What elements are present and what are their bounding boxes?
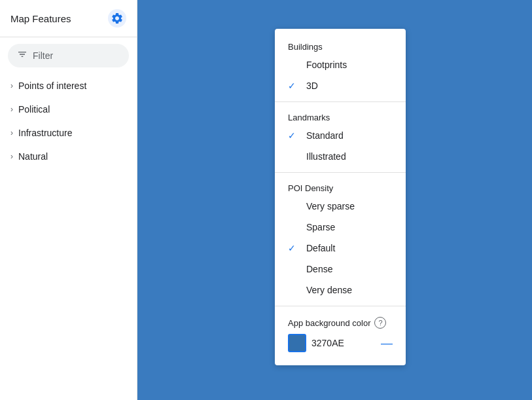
chevron-right-icon: › [10, 105, 13, 114]
illustrated-label: Illustrated [306, 151, 346, 162]
sidebar-title: Map Features [10, 13, 71, 24]
sidebar-item-natural[interactable]: › Natural [0, 145, 137, 168]
app-bg-label-row: App background color ? [288, 317, 393, 329]
color-value: 3270AE [311, 338, 376, 348]
sidebar-item-political[interactable]: › Political [0, 98, 137, 121]
dropdown-panel: Buildings Footprints ✓ 3D Landmarks ✓ St… [275, 29, 406, 365]
standard-label: Standard [306, 130, 344, 141]
chevron-right-icon: › [10, 81, 13, 90]
density-sparse-label: Sparse [306, 222, 335, 232]
illustrated-option[interactable]: Illustrated [275, 146, 406, 167]
check-icon: ✓ [288, 81, 300, 91]
divider-3 [275, 306, 406, 306]
density-very-dense-label: Very dense [306, 285, 352, 295]
density-very-dense[interactable]: Very dense [275, 280, 406, 300]
chevron-right-icon: › [10, 128, 13, 137]
standard-option[interactable]: ✓ Standard [275, 125, 406, 146]
sidebar-item-infrastructure[interactable]: › Infrastructure [0, 121, 137, 145]
map-area: Buildings Footprints ✓ 3D Landmarks ✓ St… [137, 0, 532, 400]
help-icon[interactable]: ? [374, 317, 386, 329]
poi-density-section-label: POI Density [275, 178, 406, 196]
sidebar-item-label: Political [18, 104, 50, 115]
density-default-label: Default [306, 243, 335, 253]
sidebar: Map Features Filter › Points of interest… [0, 0, 137, 400]
density-default[interactable]: ✓ Default [275, 238, 406, 259]
color-swatch[interactable] [288, 334, 306, 352]
check-icon: ✓ [288, 130, 300, 141]
density-very-sparse-label: Very sparse [306, 201, 355, 211]
sidebar-item-label: Infrastructure [18, 128, 72, 138]
footprints-label: Footprints [306, 60, 347, 70]
color-row: 3270AE — [288, 334, 393, 352]
filter-text: Filter [33, 50, 53, 61]
3d-label: 3D [306, 81, 318, 91]
3d-option[interactable]: ✓ 3D [275, 75, 406, 96]
landmarks-section-label: Landmarks [275, 107, 406, 125]
gear-icon[interactable] [108, 9, 126, 27]
divider-1 [275, 101, 406, 102]
buildings-section-label: Buildings [275, 37, 406, 54]
sidebar-item-label: Points of interest [18, 81, 86, 91]
check-icon: ✓ [288, 243, 300, 253]
app-bg-color-label: App background color [288, 318, 370, 328]
sidebar-item-poi[interactable]: › Points of interest [0, 74, 137, 98]
app-bg-color-section: App background color ? 3270AE — [275, 312, 406, 357]
density-sparse[interactable]: Sparse [275, 217, 406, 238]
density-dense[interactable]: Dense [275, 259, 406, 280]
filter-icon [17, 49, 27, 62]
color-reset-button[interactable]: — [381, 337, 393, 349]
sidebar-item-label: Natural [18, 151, 48, 162]
divider-2 [275, 172, 406, 173]
chevron-right-icon: › [10, 152, 13, 161]
sidebar-header: Map Features [0, 0, 137, 37]
footprints-option[interactable]: Footprints [275, 54, 406, 75]
filter-bar[interactable]: Filter [8, 44, 129, 67]
density-very-sparse[interactable]: Very sparse [275, 196, 406, 217]
density-dense-label: Dense [306, 264, 332, 274]
